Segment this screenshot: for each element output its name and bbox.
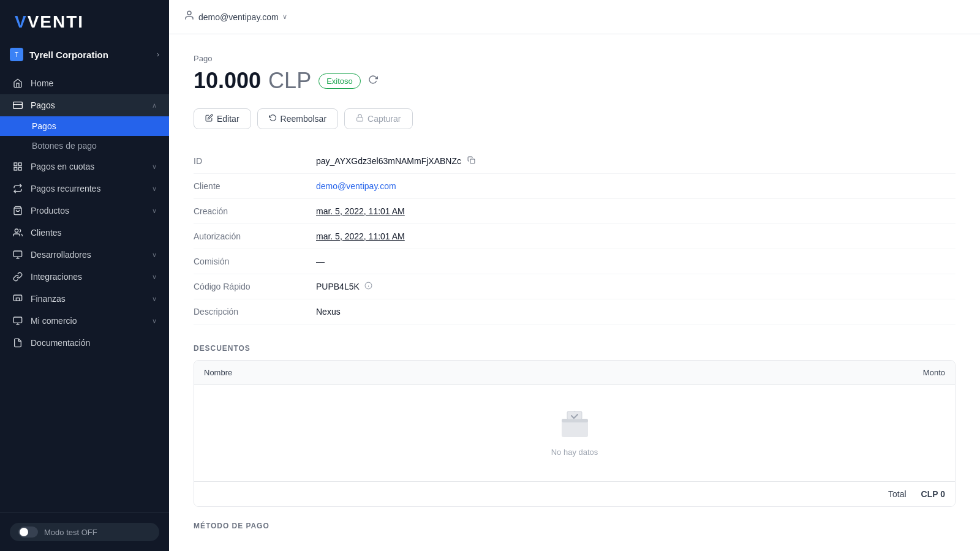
creacion-value: mar. 5, 2022, 11:01 AM [316, 206, 405, 216]
amount-currency: CLP [268, 68, 311, 94]
sidebar-item-home-label: Home [31, 78, 53, 88]
capture-icon [356, 114, 364, 124]
topbar-chevron-icon: ∨ [282, 13, 287, 21]
pagos-recurrentes-icon [12, 183, 23, 194]
descripcion-value: Nexus [316, 307, 341, 317]
mode-toggle[interactable]: Modo test OFF [10, 523, 159, 541]
refund-button[interactable]: Reembolsar [257, 108, 338, 129]
toggle-switch[interactable] [18, 527, 38, 538]
detail-row-codigo-rapido: Código Rápido PUPB4L5K [194, 274, 956, 299]
sidebar-item-documentacion[interactable]: Documentación [0, 332, 169, 354]
detail-table: ID pay_AYXGdz3el63mNAMmFjXABNZc Cliente … [194, 149, 956, 324]
pagos-cuotas-chevron-icon: ∨ [152, 163, 157, 171]
sidebar-company[interactable]: T Tyrell Corporation › [0, 42, 169, 67]
total-row: Total CLP 0 [194, 481, 955, 506]
detail-row-descripcion: Descripción Nexus [194, 299, 956, 324]
sidebar-productos-label: Productos [31, 206, 69, 216]
toggle-knob [20, 528, 28, 536]
action-buttons: Editar Reembolsar Capturar [194, 108, 956, 129]
svg-point-16 [187, 11, 191, 15]
finanzas-chevron-icon: ∨ [152, 295, 157, 303]
amount-value: 10.000 [194, 68, 261, 94]
pagos-cuotas-icon [12, 161, 23, 172]
company-chevron-icon: › [157, 50, 159, 59]
sidebar-item-productos[interactable]: Productos ∨ [0, 200, 169, 222]
sidebar-logo: VVENTI [0, 0, 169, 42]
topbar-user[interactable]: demo@ventipay.com ∨ [184, 10, 287, 24]
sidebar-item-finanzas[interactable]: Finanzas ∨ [0, 288, 169, 310]
cliente-value[interactable]: demo@ventipay.com [316, 181, 396, 191]
comision-value: — [316, 257, 325, 266]
empty-text: No hay datos [551, 448, 598, 457]
sidebar-documentacion-label: Documentación [31, 338, 90, 348]
empty-icon [556, 410, 593, 440]
descripcion-label: Descripción [194, 307, 316, 317]
topbar-email: demo@ventipay.com [198, 12, 279, 22]
home-icon [12, 78, 23, 89]
documentacion-icon [12, 337, 23, 348]
codigo-rapido-label: Código Rápido [194, 282, 316, 291]
main-content: demo@ventipay.com ∨ Pago 10.000 CLP Exit… [169, 0, 980, 551]
svg-rect-4 [14, 167, 17, 170]
payment-method-title: MÉTODO DE PAGO [194, 522, 956, 530]
col-nombre: Nombre [204, 368, 232, 377]
sidebar-item-pagos-recurrentes[interactable]: Pagos recurrentes ∨ [0, 178, 169, 200]
pagos-icon [12, 100, 23, 111]
integraciones-chevron-icon: ∨ [152, 273, 157, 281]
topbar: demo@ventipay.com ∨ [169, 0, 980, 34]
edit-button-label: Editar [217, 114, 239, 124]
logo-v: V [15, 12, 28, 31]
sidebar-item-pagos-label: Pagos [31, 100, 55, 110]
sidebar-sub-item-botones-pago[interactable]: Botones de pago [0, 136, 169, 156]
productos-chevron-icon: ∨ [152, 207, 157, 215]
sidebar-item-integraciones[interactable]: Integraciones ∨ [0, 266, 169, 288]
mi-comercio-chevron-icon: ∨ [152, 317, 157, 325]
sidebar-item-mi-comercio[interactable]: Mi comercio ∨ [0, 310, 169, 332]
productos-icon [12, 205, 23, 216]
user-icon [184, 10, 195, 24]
desarrolladores-icon [12, 249, 23, 260]
detail-row-autorizacion: Autorización mar. 5, 2022, 11:01 AM [194, 224, 956, 249]
svg-rect-17 [357, 118, 363, 121]
svg-rect-13 [13, 317, 21, 323]
pagos-chevron-icon: ∧ [152, 102, 157, 110]
sidebar-sub-item-pagos[interactable]: Pagos [0, 116, 169, 136]
clientes-icon [12, 227, 23, 238]
mi-comercio-icon [12, 315, 23, 326]
empty-state: No hay datos [194, 385, 955, 481]
discounts-header: Nombre Monto [194, 361, 955, 385]
sidebar-integraciones-label: Integraciones [31, 272, 82, 282]
sidebar-clientes-label: Clientes [31, 228, 62, 238]
capture-button-label: Capturar [368, 114, 401, 124]
content-area: Pago 10.000 CLP Exitoso Editar Reembolsa… [169, 34, 980, 551]
copy-icon[interactable] [467, 156, 475, 166]
sidebar-item-home[interactable]: Home [0, 72, 169, 94]
sidebar-finanzas-label: Finanzas [31, 294, 66, 304]
sidebar-sub-botones-label: Botones de pago [32, 141, 97, 151]
svg-rect-0 [13, 102, 23, 109]
sidebar-item-clientes[interactable]: Clientes [0, 222, 169, 244]
total-label: Total [888, 489, 907, 499]
sidebar-item-desarrolladores[interactable]: Desarrolladores ∨ [0, 244, 169, 266]
info-icon[interactable] [364, 282, 372, 291]
detail-row-cliente: Cliente demo@ventipay.com [194, 174, 956, 199]
sidebar-item-pagos[interactable]: Pagos ∧ [0, 94, 169, 116]
svg-rect-5 [18, 167, 21, 170]
detail-row-comision: Comisión — [194, 249, 956, 274]
autorizacion-label: Autorización [194, 231, 316, 241]
svg-rect-18 [470, 159, 475, 163]
discounts-table: Nombre Monto No hay datos Total C [194, 360, 956, 507]
amount-row: 10.000 CLP Exitoso [194, 68, 956, 94]
company-name: Tyrell Corporation [29, 50, 151, 60]
edit-button[interactable]: Editar [194, 108, 251, 129]
refresh-icon[interactable] [368, 75, 378, 87]
svg-rect-3 [18, 163, 21, 166]
codigo-rapido-value: PUPB4L5K [316, 282, 372, 291]
refund-icon [269, 114, 277, 124]
sidebar-desarrolladores-label: Desarrolladores [31, 250, 91, 260]
sidebar-item-pagos-cuotas[interactable]: Pagos en cuotas ∨ [0, 156, 169, 178]
logo-text: VVENTI [15, 12, 84, 32]
capture-button[interactable]: Capturar [344, 108, 412, 129]
mode-label: Modo test OFF [44, 528, 97, 537]
page-label: Pago [194, 54, 956, 63]
